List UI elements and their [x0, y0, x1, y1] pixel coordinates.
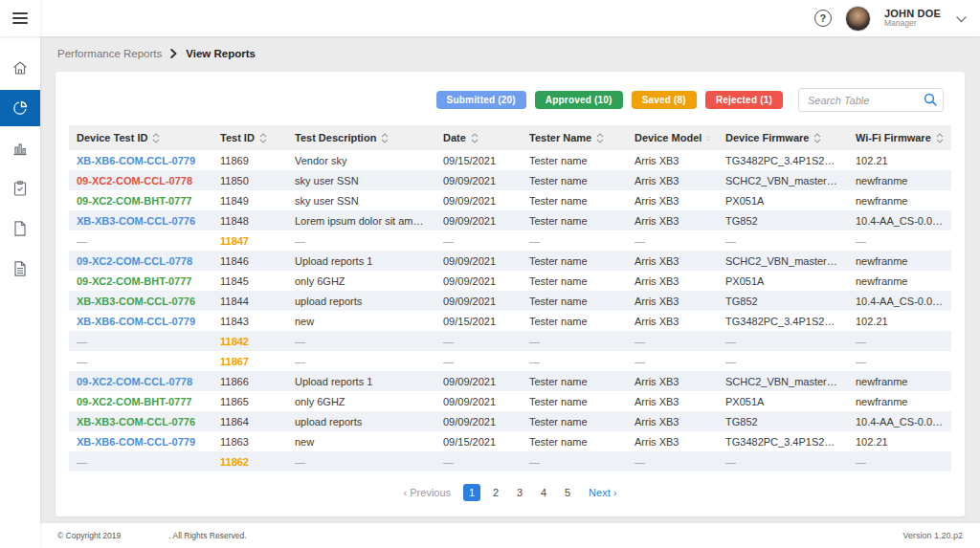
cell-test-id: 11848	[212, 210, 287, 230]
table-row[interactable]: —11842——————	[69, 331, 951, 351]
column-header-device-test-id[interactable]: Device Test ID	[69, 125, 212, 150]
cell-device-test-id[interactable]: 09-XC2-COM-BHT-0777	[69, 271, 212, 291]
column-header-test-description[interactable]: Test Description	[287, 125, 435, 150]
hamburger-icon	[12, 12, 28, 24]
table-row[interactable]: 09-XC2-COM-CCL-077811866Upload reports 1…	[69, 371, 951, 391]
column-header-test-id[interactable]: Test ID	[212, 125, 287, 150]
table-row[interactable]: XB-XB3-COM-CCL-077611844upload reports09…	[69, 291, 951, 311]
cell-wifi-firmware: 102.21	[848, 311, 951, 331]
cell-device-model: Arris XB3	[627, 190, 718, 210]
cell-device-test-id[interactable]: XB-XB3-COM-CCL-0776	[69, 210, 212, 230]
sidebar-item-file[interactable]	[0, 210, 40, 247]
column-header-device-model[interactable]: Device Model	[627, 125, 718, 150]
cell-tester-name: —	[522, 451, 627, 471]
cell-test-id: 11863	[212, 431, 287, 451]
cell-tester-name: Tester name	[522, 311, 627, 331]
cell-device-test-id[interactable]: XB-XB3-COM-CCL-0776	[69, 411, 212, 431]
cell-test-id[interactable]: 11847	[212, 230, 287, 251]
cell-description: —	[287, 451, 435, 471]
cell-device-model: —	[627, 230, 718, 251]
cell-tester-name: Tester name	[522, 411, 627, 431]
table-row[interactable]: XB-XB3-COM-CCL-077611864upload reports09…	[69, 411, 951, 431]
cell-tester-name: Tester name	[522, 391, 627, 411]
cell-wifi-firmware: —	[848, 451, 951, 471]
cell-device-test-id[interactable]: XB-XB6-COM-CCL-0779	[69, 311, 212, 331]
pagination-page-5[interactable]: 5	[559, 484, 576, 501]
cell-wifi-firmware: newfranme	[848, 170, 951, 190]
avatar[interactable]	[845, 6, 871, 32]
user-menu[interactable]: JOHN DOE Manager	[884, 8, 941, 29]
table-row[interactable]: —11862——————	[69, 451, 951, 471]
cell-device-test-id[interactable]: 09-XC2-COM-CCL-0778	[69, 170, 212, 190]
cell-device-firmware: SCHC2_VBN_master_07100...	[718, 170, 848, 190]
cell-test-id[interactable]: 11867	[212, 351, 287, 371]
cell-device-test-id[interactable]: 09-XC2-COM-BHT-0777	[69, 190, 212, 210]
cell-tester-name: —	[522, 351, 627, 371]
cell-device-test-id[interactable]: XB-XB6-COM-CCL-0779	[69, 150, 212, 170]
cell-test-id[interactable]: 11862	[212, 451, 287, 471]
table-row[interactable]: 09-XC2-COM-BHT-077711845only 6GHZ09/09/2…	[69, 271, 951, 291]
sort-icon	[596, 133, 604, 143]
cell-device-firmware: —	[718, 331, 848, 351]
cell-device-test-id: —	[69, 351, 212, 371]
menu-button[interactable]	[0, 0, 40, 36]
table-row[interactable]: 09-XC2-COM-CCL-077811846Upload reports 1…	[69, 251, 951, 271]
table-row[interactable]: —11847——————	[69, 230, 951, 251]
cell-device-test-id[interactable]: XB-XB3-COM-CCL-0776	[69, 291, 212, 311]
table-row[interactable]: 09-XC2-COM-BHT-077711849sky user SSN09/0…	[69, 190, 951, 210]
cell-test-id: 11865	[212, 391, 287, 411]
table-row[interactable]: XB-XB6-COM-CCL-077911843new09/15/2021Tes…	[69, 311, 951, 331]
cell-test-id[interactable]: 11842	[212, 331, 287, 351]
cell-wifi-firmware: newfranme	[848, 251, 951, 271]
filter-toolbar: Submitted (20)Approved (10)Saved (8)Reje…	[56, 72, 965, 121]
table-row[interactable]: XB-XB6-COM-CCL-077911863new09/15/2021Tes…	[69, 431, 951, 451]
search-icon[interactable]	[924, 93, 937, 106]
pagination-page-4[interactable]: 4	[535, 484, 552, 501]
cell-device-test-id[interactable]: 09-XC2-COM-BHT-0777	[69, 391, 212, 411]
column-header-date[interactable]: Date	[435, 125, 522, 150]
pagination-page-1[interactable]: 1	[463, 484, 480, 501]
cell-test-id: 11850	[212, 170, 287, 190]
column-header-wi-fi-firmware[interactable]: Wi-Fi Firmware	[848, 125, 951, 150]
table-row[interactable]: XB-XB3-COM-CCL-077611848Lorem ipsum dolo…	[69, 210, 951, 230]
cell-description: Upload reports 1	[287, 251, 435, 271]
cell-date: 09/09/2021	[435, 271, 522, 291]
table-row[interactable]: 09-XC2-COM-BHT-077711865only 6GHZ09/09/2…	[69, 391, 951, 411]
filter-approved-button[interactable]: Approved (10)	[535, 91, 623, 109]
chevron-down-icon[interactable]	[956, 16, 967, 23]
help-icon[interactable]: ?	[814, 10, 832, 27]
cell-test-id: 11869	[212, 150, 287, 170]
sidebar-item-home[interactable]	[0, 50, 40, 86]
sort-icon	[813, 133, 821, 143]
cell-device-test-id[interactable]: 09-XC2-COM-CCL-0778	[69, 251, 212, 271]
filter-rejected-button[interactable]: Rejected (1)	[705, 91, 783, 109]
sidebar-item-file-text[interactable]	[0, 251, 40, 287]
breadcrumb-parent[interactable]: Performance Reports	[57, 48, 162, 59]
column-header-tester-name[interactable]: Tester Name	[522, 125, 627, 150]
home-icon	[11, 59, 29, 77]
cell-description: upload reports	[287, 411, 435, 431]
cell-device-model: Arris XB3	[627, 311, 718, 331]
table-row[interactable]: XB-XB6-COM-CCL-077911869Vendor sky09/15/…	[69, 150, 951, 170]
filter-saved-button[interactable]: Saved (8)	[632, 91, 697, 109]
pagination-page-3[interactable]: 3	[511, 484, 528, 501]
column-header-device-firmware[interactable]: Device Firmware	[718, 125, 848, 150]
cell-tester-name: Tester name	[522, 190, 627, 210]
cell-device-test-id[interactable]: 09-XC2-COM-CCL-0778	[69, 371, 212, 391]
pagination-previous[interactable]: ‹ Previous	[404, 487, 452, 498]
sort-icon	[259, 133, 267, 143]
cell-device-model: Arris XB3	[627, 391, 718, 411]
sidebar-item-pie-chart[interactable]	[0, 90, 40, 126]
filter-submitted-button[interactable]: Submitted (20)	[436, 91, 526, 109]
cell-test-id: 11849	[212, 190, 287, 210]
sidebar-item-clipboard[interactable]	[0, 170, 40, 207]
pagination-page-2[interactable]: 2	[487, 484, 504, 501]
sort-icon	[471, 133, 479, 143]
pagination-next[interactable]: Next ›	[589, 487, 616, 498]
table-row[interactable]: —11867——————	[69, 351, 951, 371]
search-input[interactable]	[798, 88, 944, 112]
cell-device-test-id[interactable]: XB-XB6-COM-CCL-0779	[69, 431, 212, 451]
cell-device-model: Arris XB3	[627, 150, 718, 170]
sidebar-item-bar-chart[interactable]	[0, 130, 40, 166]
table-row[interactable]: 09-XC2-COM-CCL-077811850sky user SSN09/0…	[69, 170, 951, 190]
